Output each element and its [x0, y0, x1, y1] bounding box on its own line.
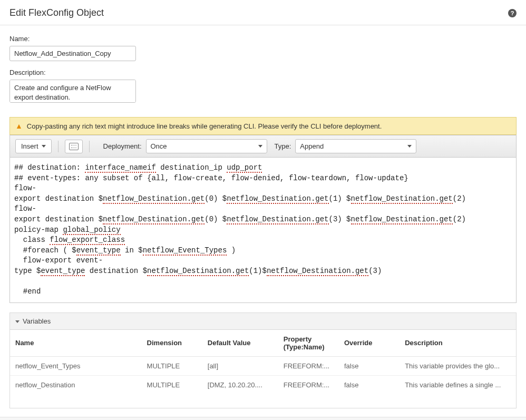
- col-default[interactable]: Default Value: [202, 330, 278, 357]
- editor: Insert Deployment: Once Type: Append ## …: [9, 135, 517, 303]
- deployment-select[interactable]: Once: [146, 139, 267, 153]
- warning-text: Copy-pasting any rich text might introdu…: [27, 122, 382, 130]
- warning-icon: ▲: [15, 122, 23, 130]
- warning-bar: ▲ Copy-pasting any rich text might intro…: [9, 117, 517, 135]
- code-editor[interactable]: ## destination: interface_nameif destina…: [10, 158, 516, 302]
- description-label: Description:: [9, 69, 517, 76]
- modal-header: Edit FlexConfig Object ?: [0, 0, 526, 25]
- chevron-down-icon: [42, 145, 46, 148]
- keyboard-icon: [69, 143, 79, 150]
- col-override[interactable]: Override: [339, 330, 400, 357]
- col-name[interactable]: Name: [10, 330, 142, 357]
- modal-title: Edit FlexConfig Object: [9, 7, 104, 18]
- type-value: Append: [300, 142, 324, 150]
- keyboard-button[interactable]: [65, 140, 83, 153]
- description-input[interactable]: Create and configure a NetFlow export de…: [9, 80, 136, 103]
- separator: [89, 141, 90, 152]
- table-row[interactable]: netflow_Destination MULTIPLE [DMZ, 10.20…: [10, 375, 516, 394]
- insert-button[interactable]: Insert: [15, 139, 52, 153]
- separator: [58, 141, 59, 152]
- modal-body: Name: Description: Create and configure …: [0, 25, 526, 117]
- insert-label: Insert: [21, 142, 38, 150]
- chevron-down-icon: [258, 145, 262, 148]
- name-label: Name:: [9, 35, 517, 43]
- chevron-down-icon: [407, 145, 412, 148]
- editor-toolbar: Insert Deployment: Once Type: Append: [10, 135, 516, 158]
- col-description[interactable]: Description: [400, 330, 516, 357]
- table-row[interactable]: netflow_Event_Types MULTIPLE [all] FREEF…: [10, 356, 516, 375]
- deployment-label: Deployment:: [103, 142, 142, 150]
- variables-table: Name Dimension Default Value Property (T…: [10, 330, 516, 394]
- variables-toggle[interactable]: Variables: [10, 313, 516, 330]
- type-label: Type:: [275, 142, 291, 150]
- name-input[interactable]: [9, 46, 136, 61]
- col-dimension[interactable]: Dimension: [142, 330, 202, 357]
- variables-label: Variables: [23, 317, 51, 325]
- col-property[interactable]: Property (Type:Name): [278, 330, 339, 357]
- help-icon[interactable]: ?: [508, 9, 517, 17]
- chevron-down-icon: [15, 320, 20, 323]
- deployment-value: Once: [151, 142, 167, 150]
- modal-footer: Cancel Save: [0, 417, 526, 420]
- variables-section: Variables Name Dimension Default Value P…: [9, 312, 517, 408]
- type-select[interactable]: Append: [295, 139, 416, 153]
